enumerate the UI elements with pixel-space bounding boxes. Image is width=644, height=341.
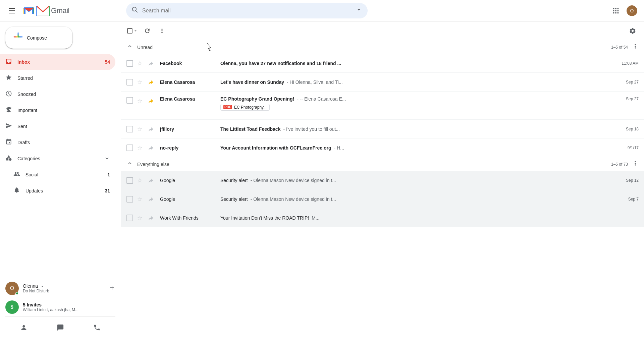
email-checkbox-1[interactable] bbox=[126, 60, 133, 67]
svg-rect-4 bbox=[615, 8, 616, 9]
email-row[interactable]: ☆ Elena Casarosa EC Photography Grand Op… bbox=[121, 92, 644, 120]
user-status: Do Not Disturb bbox=[23, 289, 105, 293]
star-icon bbox=[5, 74, 12, 82]
settings-button[interactable] bbox=[627, 25, 639, 37]
everything-else-collapse-icon[interactable] bbox=[126, 160, 133, 168]
email-row[interactable]: ☆ Elena Casarosa Let's have dinner on Su… bbox=[121, 73, 644, 92]
star-button-8[interactable]: ☆ bbox=[136, 214, 144, 222]
unread-section-title: Unread bbox=[137, 45, 607, 50]
select-all-group bbox=[126, 25, 139, 37]
email-row[interactable]: ☆ jfillory The Littlest Toad Feedback - … bbox=[121, 120, 644, 138]
email-subject-7: Security alert bbox=[220, 196, 248, 202]
email-checkbox-4[interactable] bbox=[126, 126, 133, 132]
compose-button[interactable]: Compose bbox=[5, 27, 72, 49]
user-profile[interactable]: O Olenna Do Not Disturb bbox=[0, 279, 121, 298]
email-sender-3: Elena Casarosa bbox=[160, 96, 220, 102]
email-row[interactable]: ☆ no-reply Your Account Information with… bbox=[121, 138, 644, 157]
star-button-6[interactable]: ☆ bbox=[136, 176, 144, 184]
search-bar[interactable] bbox=[126, 3, 368, 18]
refresh-button[interactable] bbox=[141, 25, 153, 37]
select-all-checkbox[interactable] bbox=[126, 25, 139, 37]
email-subject-2: Let's have dinner on Sunday bbox=[220, 79, 284, 85]
sidebar-item-sent[interactable]: Sent bbox=[0, 118, 115, 134]
add-account-button[interactable] bbox=[109, 284, 115, 293]
star-button-1[interactable]: ☆ bbox=[136, 59, 144, 67]
star-button-7[interactable]: ☆ bbox=[136, 195, 144, 203]
email-checkbox-5[interactable] bbox=[126, 145, 133, 151]
more-button[interactable] bbox=[156, 25, 168, 37]
gmail-text-label: Gmail bbox=[51, 6, 69, 15]
sidebar-item-updates[interactable]: Updates 31 bbox=[0, 183, 115, 199]
email-checkbox-3[interactable] bbox=[126, 97, 133, 104]
email-row[interactable]: ☆ Facebook Olenna, you have 27 new notif… bbox=[121, 54, 644, 73]
email-checkbox-8[interactable] bbox=[126, 215, 133, 221]
email-row[interactable]: ☆ Google Security alert - Olenna Mason N… bbox=[121, 190, 644, 209]
email-time-4: Sep 18 bbox=[626, 127, 639, 131]
forward-button-7[interactable] bbox=[147, 195, 155, 203]
email-row[interactable]: ☆ Work With Friends Your Invitation Don'… bbox=[121, 209, 644, 227]
email-sender-4: jfillory bbox=[160, 126, 220, 132]
star-button-2[interactable]: ☆ bbox=[136, 78, 144, 86]
forward-button-6[interactable] bbox=[147, 176, 155, 184]
forward-button-1[interactable] bbox=[147, 59, 155, 67]
star-button-5[interactable]: ☆ bbox=[136, 144, 144, 152]
unread-collapse-icon[interactable] bbox=[126, 43, 133, 51]
everything-else-section-title: Everything else bbox=[137, 162, 607, 167]
invites-row[interactable]: 5 5 Invites William Lintott, aakash jha,… bbox=[0, 298, 121, 317]
pdf-badge: PDF bbox=[223, 105, 232, 109]
email-snippet-6: - Olenna Mason New device signed in t... bbox=[251, 178, 336, 183]
user-name: Olenna bbox=[23, 283, 105, 289]
chat-button[interactable] bbox=[42, 320, 78, 336]
contacts-button[interactable] bbox=[5, 320, 42, 336]
sidebar-item-social[interactable]: Social 1 bbox=[0, 167, 115, 183]
unread-section-header[interactable]: Unread 1–5 of 54 bbox=[121, 40, 644, 54]
email-sender-2: Elena Casarosa bbox=[160, 79, 220, 85]
categories-icon bbox=[5, 155, 12, 163]
search-dropdown-icon[interactable] bbox=[356, 6, 362, 15]
sidebar-item-drafts[interactable]: Drafts bbox=[0, 134, 115, 151]
menu-button[interactable] bbox=[5, 4, 19, 17]
sidebar-item-snoozed[interactable]: Snoozed bbox=[0, 86, 115, 102]
email-checkbox-7[interactable] bbox=[126, 196, 133, 203]
sidebar-item-inbox[interactable]: Inbox 54 bbox=[0, 54, 115, 70]
drafts-icon bbox=[5, 138, 12, 147]
forward-button-5[interactable] bbox=[147, 144, 155, 152]
star-button-3[interactable]: ☆ bbox=[136, 97, 144, 105]
email-row[interactable]: ☆ Google Security alert - Olenna Mason N… bbox=[121, 171, 644, 190]
email-sender-8: Work With Friends bbox=[160, 215, 220, 221]
svg-rect-11 bbox=[618, 12, 619, 13]
forward-button-3[interactable] bbox=[147, 97, 155, 105]
everything-else-more-icon[interactable] bbox=[632, 160, 639, 168]
sidebar-item-label-starred: Starred bbox=[17, 75, 33, 81]
sidebar-item-categories[interactable]: Categories bbox=[0, 151, 115, 167]
email-snippet-8: M... bbox=[312, 215, 319, 221]
everything-else-section-header[interactable]: Everything else 1–5 of 73 bbox=[121, 157, 644, 171]
forward-button-2[interactable] bbox=[147, 78, 155, 86]
sidebar-item-important[interactable]: Important bbox=[0, 102, 115, 118]
sidebar: Compose Inbox 54 Starred Snoozed bbox=[0, 21, 121, 341]
apps-button[interactable] bbox=[609, 4, 623, 17]
header-left: Gmail bbox=[5, 4, 126, 17]
user-avatar: O bbox=[5, 282, 19, 295]
svg-text:O: O bbox=[630, 8, 634, 13]
sidebar-item-starred[interactable]: Starred bbox=[0, 70, 115, 86]
email-snippet-4: - I've invited you to fill out... bbox=[283, 126, 339, 132]
email-subject-6: Security alert bbox=[220, 178, 248, 183]
star-button-4[interactable]: ☆ bbox=[136, 125, 144, 133]
account-button[interactable]: O bbox=[625, 4, 639, 17]
search-input[interactable] bbox=[142, 8, 352, 14]
social-icon bbox=[13, 171, 20, 179]
email-time-1: 11:08 AM bbox=[622, 61, 639, 66]
email-checkbox-6[interactable] bbox=[126, 177, 133, 184]
email-sender-7: Google bbox=[160, 196, 220, 202]
gmail-logo-icon bbox=[36, 6, 50, 16]
compose-plus-icon bbox=[13, 32, 23, 43]
phone-button[interactable] bbox=[79, 320, 115, 336]
email-snippet-7: - Olenna Mason New device signed in t... bbox=[251, 196, 336, 202]
unread-more-icon[interactable] bbox=[632, 43, 639, 51]
forward-button-4[interactable] bbox=[147, 125, 155, 133]
attachment-chip[interactable]: PDF EC Photography... bbox=[220, 104, 270, 111]
unread-count: 1–5 of 54 bbox=[611, 45, 628, 50]
email-checkbox-2[interactable] bbox=[126, 79, 133, 86]
forward-button-8[interactable] bbox=[147, 214, 155, 222]
